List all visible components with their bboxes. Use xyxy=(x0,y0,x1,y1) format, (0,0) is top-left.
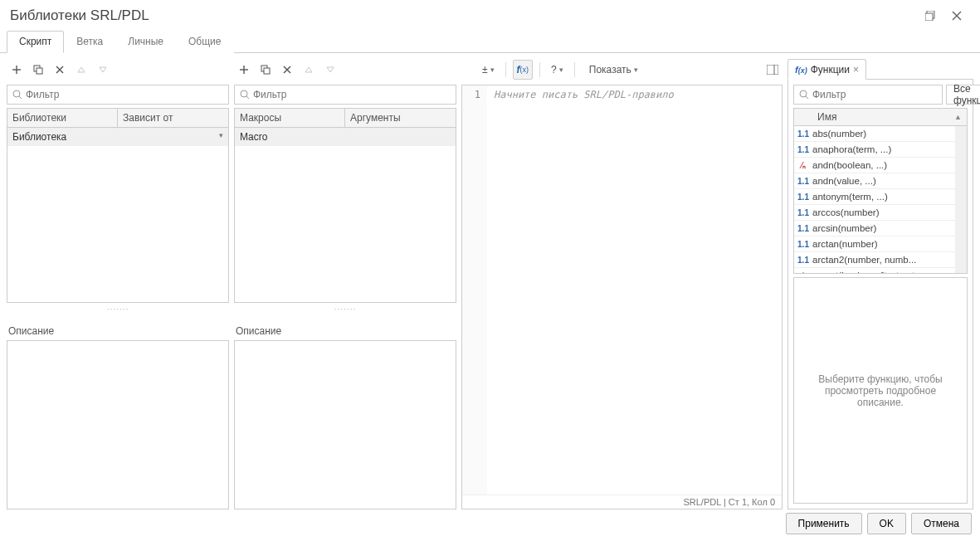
svg-point-22 xyxy=(800,90,807,97)
list-item[interactable]: 1.1arctan(number) xyxy=(794,236,967,252)
macros-table: Макросы Аргументы Macro xyxy=(234,108,456,303)
macros-filter[interactable] xyxy=(234,85,456,105)
fx-button[interactable]: f(x) xyxy=(513,60,534,80)
libraries-filter-input[interactable] xyxy=(26,89,223,100)
code-area[interactable]: Начните писать SRL/PDL-правило xyxy=(487,85,782,495)
list-item[interactable]: 1.1abs(number) xyxy=(794,126,967,142)
layout-button[interactable] xyxy=(763,60,783,80)
ok-button[interactable]: OK xyxy=(867,513,906,534)
list-item[interactable]: 1.1antonym(term, ...) xyxy=(794,189,967,205)
cancel-button[interactable]: Отмена xyxy=(911,513,972,534)
libraries-table-header: Библиотеки Зависит от xyxy=(7,109,228,128)
sort-icon[interactable]: ▲ xyxy=(954,113,962,121)
tab-shared[interactable]: Общие xyxy=(176,31,233,53)
functions-filter[interactable] xyxy=(793,85,943,105)
copy-library-button[interactable] xyxy=(28,60,48,80)
libraries-toolbar xyxy=(7,58,229,81)
table-row[interactable]: Библиотека ▾ xyxy=(7,128,228,146)
svg-rect-1 xyxy=(925,13,933,21)
col-libraries[interactable]: Библиотеки xyxy=(7,109,118,127)
macro-args-cell[interactable] xyxy=(345,128,456,146)
functions-panel: f(x) Функции × Все функции Имя xyxy=(787,58,973,509)
line-gutter: 1 xyxy=(462,85,487,495)
function-name: antonym(term, ...) xyxy=(812,192,967,202)
tab-branch[interactable]: Ветка xyxy=(64,31,115,53)
functions-list-header[interactable]: Имя ▲ xyxy=(794,109,967,126)
main-area: Библиотеки Зависит от Библиотека ▾ ·····… xyxy=(0,53,980,509)
delete-macro-button[interactable] xyxy=(277,60,297,80)
delete-library-button[interactable] xyxy=(50,60,70,80)
function-name: arctan(number) xyxy=(812,239,967,249)
tab-script[interactable]: Скрипт xyxy=(7,31,64,53)
resize-handle[interactable]: ······· xyxy=(7,305,229,314)
macro-name-cell[interactable]: Macro xyxy=(235,128,345,146)
table-row[interactable]: Macro xyxy=(235,128,456,146)
tab-personal[interactable]: Личные xyxy=(115,31,176,53)
function-description: Выберите функцию, чтобы просмотреть подр… xyxy=(793,277,968,504)
col-args[interactable]: Аргументы xyxy=(345,109,456,127)
value-fn-icon: 1.1 xyxy=(794,145,812,154)
svg-line-23 xyxy=(806,96,808,99)
col-macros[interactable]: Макросы xyxy=(235,109,345,127)
value-fn-icon: 1.1 xyxy=(794,208,812,217)
functions-tab[interactable]: f(x) Функции × xyxy=(787,59,866,80)
macros-table-header: Макросы Аргументы xyxy=(235,109,456,128)
list-item[interactable]: ⁄ₙassert(boolean, [text:=st... xyxy=(794,268,967,273)
add-library-button[interactable] xyxy=(7,60,27,80)
library-depends-cell[interactable]: ▾ xyxy=(118,128,228,146)
libraries-filter[interactable] xyxy=(7,85,229,105)
function-name: arctan2(number, numb... xyxy=(812,255,967,265)
indent-button[interactable]: ± xyxy=(478,60,499,80)
macro-description-box[interactable] xyxy=(234,340,456,509)
list-item[interactable]: 1.1andn(value, ...) xyxy=(794,173,967,189)
svg-rect-15 xyxy=(264,68,270,74)
macro-up-button[interactable] xyxy=(299,60,319,80)
value-fn-icon: 1.1 xyxy=(794,193,812,202)
svg-rect-7 xyxy=(37,68,42,74)
search-icon xyxy=(240,90,250,100)
search-icon xyxy=(12,90,22,100)
col-depends[interactable]: Зависит от xyxy=(118,109,228,127)
close-button[interactable] xyxy=(943,6,970,26)
list-item[interactable]: 1.1arctan2(number, numb... xyxy=(794,252,967,268)
function-name: arccos(number) xyxy=(812,207,967,217)
description-label: Описание xyxy=(8,325,229,337)
value-fn-icon: 1.1 xyxy=(794,240,812,249)
resize-handle[interactable]: ······· xyxy=(234,305,456,314)
functions-category-dropdown[interactable]: Все функции xyxy=(946,85,980,105)
function-name: abs(number) xyxy=(812,129,967,139)
editor-status: SRL/PDL | Ст 1, Кол 0 xyxy=(462,495,782,509)
chevron-down-icon[interactable]: ▾ xyxy=(219,131,223,139)
library-name-cell[interactable]: Библиотека xyxy=(7,128,118,146)
move-up-button[interactable] xyxy=(71,60,91,80)
show-dropdown[interactable]: Показать xyxy=(582,60,646,80)
macro-down-button[interactable] xyxy=(320,60,340,80)
functions-body: Все функции Имя ▲ 1.1abs(number)1.1anaph… xyxy=(787,80,973,509)
name-column[interactable]: Имя xyxy=(817,111,836,123)
list-item[interactable]: 1.1arcsin(number) xyxy=(794,221,967,236)
functions-tabs: f(x) Функции × xyxy=(787,58,973,80)
macros-filter-input[interactable] xyxy=(253,89,451,100)
library-description-box[interactable] xyxy=(7,340,229,509)
list-item[interactable]: 1.1anaphora(term, ...) xyxy=(794,142,967,158)
window-title: Библиотеки SRL/PDL xyxy=(10,7,917,24)
editor-panel: ± f(x) ? Показать 1 Начните писать SRL/P… xyxy=(461,58,783,509)
copy-macro-button[interactable] xyxy=(256,60,275,80)
close-icon[interactable]: × xyxy=(853,64,859,76)
list-item[interactable]: 1.1arccos(number) xyxy=(794,205,967,221)
move-down-button[interactable] xyxy=(93,60,113,80)
titlebar: Библиотеки SRL/PDL xyxy=(0,0,980,30)
scrollbar[interactable] xyxy=(955,126,967,273)
svg-line-11 xyxy=(19,96,22,99)
function-name: arcsin(number) xyxy=(812,223,967,233)
restore-button[interactable] xyxy=(917,6,943,26)
help-button[interactable]: ? xyxy=(547,60,568,80)
value-fn-icon: 1.1 xyxy=(794,224,812,233)
add-macro-button[interactable] xyxy=(234,60,254,80)
apply-button[interactable]: Применить xyxy=(786,513,862,534)
main-tabs: Скрипт Ветка Личные Общие xyxy=(0,30,980,53)
function-name: andn(value, ...) xyxy=(812,176,967,186)
functions-filter-input[interactable] xyxy=(812,89,937,100)
svg-line-19 xyxy=(246,96,249,99)
list-item[interactable]: ⁄ₙandn(boolean, ...) xyxy=(794,158,967,173)
